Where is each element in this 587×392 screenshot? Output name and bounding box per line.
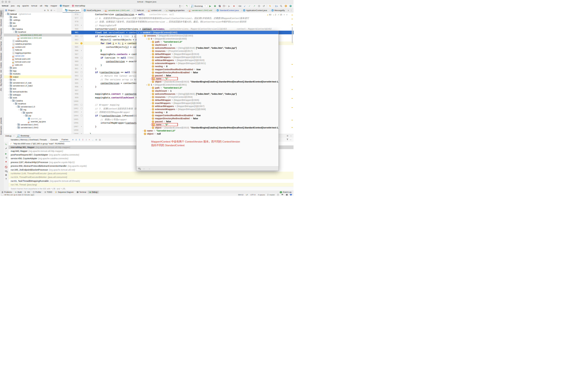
tree-row[interactable]: ›servelet-test-1.0##2 bbox=[4, 126, 71, 129]
tab-close-icon[interactable]: × bbox=[241, 10, 242, 11]
sidebar-item-structure[interactable]: Structure bbox=[0, 19, 4, 26]
tree-row[interactable]: ›java bbox=[4, 66, 71, 70]
popup-camera-icon[interactable] bbox=[138, 168, 140, 169]
evaluate-icon[interactable]: ⊞ bbox=[95, 138, 97, 141]
remove-icon[interactable]: × bbox=[89, 139, 90, 141]
toolwindow-button-debug[interactable]: Debug bbox=[88, 191, 99, 194]
tree-row[interactable]: server.xml bbox=[4, 54, 71, 58]
tree-row[interactable]: ∨localhost bbox=[4, 102, 71, 105]
git-update-icon[interactable]: ↙ bbox=[243, 4, 246, 8]
git-rollback-icon[interactable]: ↺ bbox=[262, 4, 265, 8]
toolwindow-button-sequence-diagram[interactable]: Sequence Diagram bbox=[54, 191, 75, 194]
variable-row[interactable]: ›fwelcomeResources= {String[3]@2803} ["i… bbox=[137, 92, 278, 96]
panel-settings-icon[interactable]: ⚙ bbox=[51, 9, 52, 12]
tree-row[interactable]: ›.settings bbox=[4, 18, 71, 22]
sidebar-item-json-parser[interactable]: Json Parser bbox=[0, 41, 4, 51]
debug-hide-icon[interactable]: ─ bbox=[290, 135, 292, 137]
git-branch[interactable]: master bbox=[267, 194, 275, 196]
variable-row[interactable]: ∨fversions= {Mapper$ContextVersion[2]@24… bbox=[137, 34, 278, 37]
tree-row[interactable]: ∨apache bbox=[4, 111, 71, 114]
variable-row[interactable]: fpaused= false bbox=[137, 120, 278, 123]
variable-row[interactable]: ›fresources= {ProxyDirContext@2817} bbox=[137, 50, 278, 52]
pause-icon[interactable] bbox=[5, 156, 8, 159]
tab-close-icon[interactable]: × bbox=[64, 10, 65, 11]
tab-close-icon[interactable]: × bbox=[103, 10, 104, 11]
debug-button[interactable] bbox=[213, 4, 217, 8]
intention-bulb-icon[interactable] bbox=[80, 42, 83, 44]
lock-icon[interactable] bbox=[277, 194, 279, 196]
tree-row[interactable]: web.xml bbox=[4, 64, 71, 66]
restore-frame-icon[interactable]: ↥ bbox=[75, 139, 77, 141]
tab-Mapper.java[interactable]: ×CMapper.java bbox=[63, 8, 81, 12]
variable-row[interactable]: fmapperContextRootRedirectEnabled= true bbox=[137, 68, 278, 71]
tabs-menu-icon[interactable]: ⋮ bbox=[290, 9, 292, 12]
git-push-icon[interactable]: ↗ bbox=[253, 4, 256, 8]
project-tree[interactable]: ∨tomcat~/gitlab/tomcat›.idea›.settings›b… bbox=[4, 12, 72, 134]
resume-icon[interactable]: ▶ bbox=[5, 152, 8, 155]
pin-icon[interactable] bbox=[5, 178, 8, 180]
tree-row[interactable]: ›bin bbox=[4, 22, 71, 25]
variable-row[interactable]: ›fobject= {StandardContext@2823} "Standa… bbox=[137, 80, 278, 83]
fold-icon[interactable]: ▾ bbox=[81, 24, 82, 26]
tree-row[interactable]: ›res bbox=[4, 78, 71, 81]
variable-row[interactable]: ›fobject= {StandardContext@2810} "Standa… bbox=[137, 126, 278, 129]
toolwindow-button-profiler[interactable]: Profiler bbox=[31, 191, 43, 194]
breadcrumb-item[interactable]: http bbox=[45, 4, 48, 7]
variable-row[interactable]: ›fresources= {ProxyDirContext@2804} bbox=[137, 96, 278, 98]
variable-row[interactable]: ›fwelcomeResources= {String[3]@2816} ["i… bbox=[137, 46, 278, 50]
breadcrumb-item[interactable]: CMapper bbox=[60, 4, 69, 7]
screenshot-icon[interactable] bbox=[5, 170, 8, 172]
sidebar-item-big-data-tools[interactable]: Big Data Tools bbox=[0, 74, 4, 86]
tree-row[interactable]: ∨work bbox=[4, 96, 71, 99]
editor-scrollbar[interactable] bbox=[291, 12, 294, 134]
fold-icon[interactable]: ▾ bbox=[81, 68, 82, 70]
popup-header[interactable]: ∨ ∞ context = {Mapper$Context@2482} bbox=[137, 31, 278, 34]
arrow-down-icon[interactable]: ↧ bbox=[79, 139, 80, 141]
stack-frame-row[interactable]: run:748, Thread(java.lang) bbox=[9, 183, 294, 186]
tree-row[interactable]: logging.properties bbox=[4, 52, 71, 54]
fold-icon[interactable]: ▾ bbox=[81, 50, 82, 51]
prev-issue-icon[interactable]: ∧ bbox=[284, 14, 285, 16]
variable-row[interactable]: ›fname= "/servelet-test-1.0" bbox=[137, 129, 278, 132]
hide-panel-icon[interactable]: ─ bbox=[54, 9, 55, 12]
variable-row[interactable]: ›fname= "1" bbox=[137, 77, 278, 80]
variable-row[interactable]: fnesting= 0 bbox=[137, 111, 278, 114]
sidebar-item-project[interactable]: Project bbox=[0, 10, 4, 17]
collapse-all-icon[interactable]: ⇅ bbox=[47, 9, 49, 12]
drop-frame-icon[interactable]: ↧ bbox=[82, 139, 84, 141]
tree-row[interactable]: aservlet_jsp.java bbox=[4, 120, 71, 123]
variable-row[interactable]: fwildcardWrappers= {Mapper$Wrapper[0]@28… bbox=[137, 59, 278, 62]
tree-row[interactable]: ∨webapps bbox=[4, 93, 71, 96]
variable-row[interactable]: fpaused= false bbox=[137, 74, 278, 77]
variable-row[interactable]: fwildcardWrappers= {Mapper$Wrapper[0]@28… bbox=[137, 105, 278, 108]
tree-row[interactable]: ∨Catalina bbox=[4, 99, 71, 102]
variable-row[interactable]: fmapperContextRootRedirectEnabled= true bbox=[137, 114, 278, 117]
stack-frame-row[interactable]: run:61, TaskThread$WrappingRunnable(org.… bbox=[9, 179, 294, 183]
tab-close-icon[interactable]: × bbox=[146, 10, 147, 11]
breadcrumb-item[interactable]: java bbox=[11, 4, 15, 7]
variable-row[interactable]: ›fextensionWrappers= {Mapper$Wrapper[2]@… bbox=[137, 108, 278, 111]
sidebar-item-ant[interactable]: Ant bbox=[0, 70, 4, 73]
tree-row[interactable]: servelet-test-1.0##1.xml bbox=[4, 34, 71, 37]
update-project-icon[interactable]: ↰ bbox=[185, 4, 189, 8]
sidebar-item-bookmarks[interactable]: Bookmarks bbox=[0, 126, 4, 135]
tree-row[interactable]: Caservlet_jsp bbox=[4, 117, 71, 120]
caret-position[interactable]: 984:62 bbox=[238, 194, 244, 196]
tree-row[interactable]: ›servelet-test-1.0_bak2 bbox=[4, 84, 71, 87]
encoding[interactable]: UTF-8 bbox=[250, 194, 255, 196]
sidebar-item-jol[interactable]: JOL bbox=[0, 88, 4, 91]
tree-row[interactable]: ›logs bbox=[4, 70, 71, 72]
layout-icon[interactable]: ▤ bbox=[99, 138, 101, 141]
next-issue-icon[interactable]: ∨ bbox=[286, 14, 287, 16]
tree-row[interactable]: context.xml bbox=[4, 46, 71, 48]
remote-terminal-icon[interactable]: > bbox=[286, 194, 288, 196]
modify-run-config-icon[interactable] bbox=[5, 147, 8, 150]
sidebar-item-jclasslib[interactable]: jclasslib bbox=[0, 118, 4, 124]
breadcrumb-item[interactable]: util bbox=[40, 4, 42, 7]
tab-servelet-test-1.0##1.xml[interactable]: ×servelet-test-1.0##1.xml bbox=[102, 8, 131, 12]
run-button[interactable]: ▶ bbox=[209, 4, 212, 8]
sort-icon[interactable]: ⇅ bbox=[268, 4, 272, 8]
translate-icon[interactable]: 文A bbox=[275, 4, 278, 8]
variable-row[interactable]: ›fdefaultWrapper= {Mapper$Wrapper@2805} bbox=[137, 98, 278, 102]
indent-setting[interactable]: 4 spaces bbox=[258, 194, 265, 196]
